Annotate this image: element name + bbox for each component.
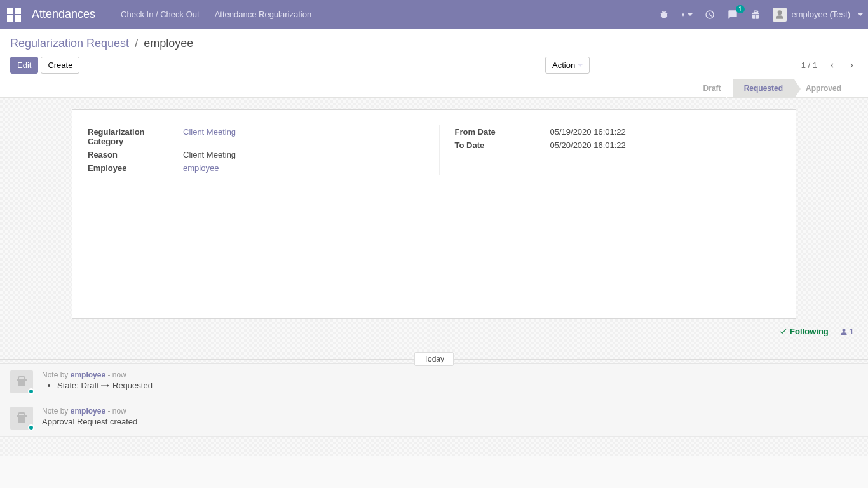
value-reg-category[interactable]: Client Meeting [183,127,414,146]
chat-icon[interactable]: 1 [727,9,738,20]
label-employee: Employee [88,163,183,173]
label-reason: Reason [88,150,183,159]
top-navbar: Attendances Check In / Check Out Attenda… [0,0,868,29]
note-prefix: Note by [42,407,71,416]
pager-next[interactable] [846,60,858,71]
breadcrumb: Regularization Request / employee [10,34,858,57]
state-from: State: Draft [57,381,101,390]
caret-down-icon [578,64,583,67]
bell-icon[interactable] [681,9,693,20]
clock-icon[interactable] [704,9,715,20]
form-sheet: Regularization Category Client Meeting R… [72,109,796,319]
message-author[interactable]: employee [71,370,105,379]
thread-date-label: Today [414,352,454,366]
message: Note by employee - now Approval Request … [0,400,868,437]
status-bar: Draft Requested Approved [0,79,868,98]
message-author[interactable]: employee [71,407,105,416]
status-step-requested[interactable]: Requested [733,79,794,97]
action-label: Action [552,60,575,70]
arrow-right-icon [101,381,110,391]
followers-button[interactable]: 1 [840,327,854,336]
presence-dot-icon [28,424,34,431]
bug-icon[interactable] [658,9,670,20]
chat-badge: 1 [736,5,745,13]
nav-link-checkin[interactable]: Check In / Check Out [121,10,200,19]
followers-count-value: 1 [850,327,854,336]
message-time: - now [105,370,126,379]
label-reg-category: Regularization Category [88,127,183,146]
message: Note by employee - now State: Draft Requ… [0,364,868,400]
note-prefix: Note by [42,370,71,379]
nav-link-regularization[interactable]: Attendance Regularization [215,10,312,19]
label-to-date: To Date [455,140,550,150]
presence-dot-icon [28,388,34,395]
avatar-icon [10,407,33,430]
thread-date-sep: Today [0,354,868,363]
apps-icon[interactable] [5,6,23,24]
breadcrumb-parent[interactable]: Regularization Request [10,37,129,50]
user-menu[interactable]: employee (Test) [773,8,863,22]
state-change-line: State: Draft Requested [57,381,858,391]
label-from-date: From Date [455,127,550,137]
value-to-date: 05/20/2020 16:01:22 [550,140,781,150]
value-reason: Client Meeting [183,150,414,159]
user-avatar-icon [773,8,787,22]
value-employee[interactable]: employee [183,163,414,173]
breadcrumb-sep: / [135,37,138,50]
check-icon [779,327,787,336]
pager-prev[interactable] [826,60,837,71]
edit-button[interactable]: Edit [10,57,38,74]
breadcrumb-current: employee [144,37,193,50]
form-view: Regularization Category Client Meeting R… [0,98,868,456]
gift-icon[interactable] [750,9,761,20]
follow-row: Following 1 [0,319,868,341]
create-button[interactable]: Create [41,57,79,74]
action-dropdown[interactable]: Action [545,57,590,74]
control-panel: Regularization Request / employee Edit C… [0,29,868,79]
following-button[interactable]: Following [779,327,829,336]
nav-links: Check In / Check Out Attendance Regulari… [121,10,311,19]
status-step-approved[interactable]: Approved [794,79,853,97]
message-title: Note by employee - now [42,370,858,379]
user-icon [840,328,848,336]
nav-right: 1 employee (Test) [658,8,863,22]
caret-down-icon [858,13,863,16]
avatar-icon [10,370,33,393]
following-label: Following [790,327,829,336]
message-time: - now [105,407,126,416]
value-from-date: 05/19/2020 16:01:22 [550,127,781,137]
user-name: employee (Test) [792,10,850,19]
state-to: Requested [110,381,153,390]
app-title: Attendances [32,8,95,21]
message-list: Note by employee - now State: Draft Requ… [0,363,868,437]
message-body: Approval Request created [42,417,858,426]
pager: 1 / 1 [801,60,817,70]
message-title: Note by employee - now [42,407,858,416]
bottom-spacer [0,437,868,456]
